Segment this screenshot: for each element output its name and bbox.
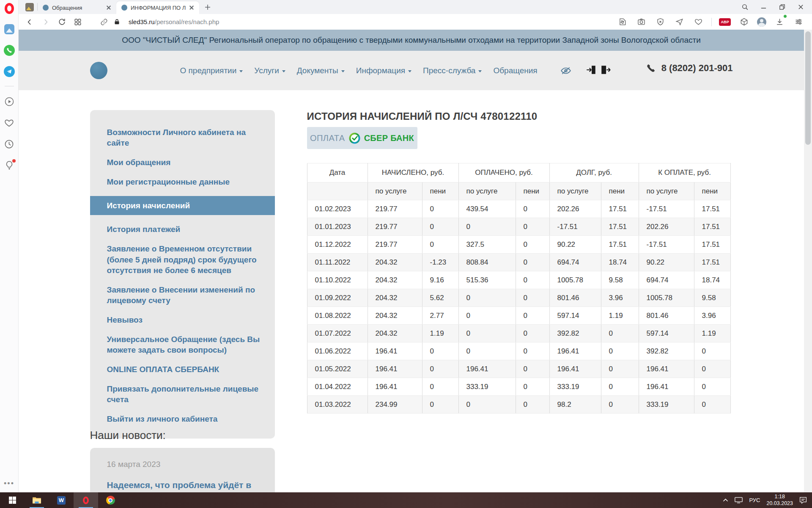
nav-item-2[interactable]: Услуги (254, 66, 285, 75)
tab-close-icon[interactable] (105, 4, 112, 11)
tab-favicon (43, 5, 49, 11)
snapshot-icon[interactable] (635, 16, 647, 28)
taskbar-chrome-icon[interactable] (98, 492, 123, 508)
col-subheader: пени (516, 182, 549, 200)
reload-icon[interactable] (56, 16, 68, 28)
back-icon[interactable] (24, 16, 36, 28)
shield-icon[interactable] (654, 16, 666, 28)
col-subheader: по услуге (639, 182, 694, 200)
sidebar-item[interactable]: Универсальное Обращение (здесь Вы можете… (107, 334, 262, 355)
cell-value: 17.51 (601, 236, 639, 254)
login-icon[interactable] (586, 64, 597, 75)
tray-chevron-icon[interactable] (723, 498, 728, 502)
sidebar-item[interactable]: Мои обращения (107, 157, 262, 168)
nav-item-1[interactable]: О предприятии (180, 66, 243, 75)
speed-dial-icon[interactable] (72, 16, 84, 28)
favorites-heart-icon[interactable] (692, 16, 704, 28)
adblock-icon[interactable]: ABP (719, 18, 731, 26)
site-top-banner: ООО "ЧИСТЫЙ СЛЕД" Региональный оператор … (19, 30, 804, 51)
phone-number[interactable]: 8 (8202) 201-901 (661, 63, 733, 74)
pinboard-icon[interactable] (616, 16, 628, 28)
nav-item-4[interactable]: Информация (356, 66, 411, 75)
cell-value: 219.77 (368, 218, 422, 236)
browser-toolbar: sled35.ru/personal/res/nach.php ABP (19, 14, 812, 30)
chevron-down-icon (239, 70, 243, 72)
table-row: 01.01.2023219.77000-17.5117.51202.2617.5… (307, 218, 730, 236)
cell-value: 196.41 (639, 378, 694, 396)
taskbar-explorer-icon[interactable] (25, 492, 49, 508)
site-logo[interactable] (90, 62, 107, 79)
logout-icon[interactable] (600, 64, 611, 75)
page-scrollbar[interactable] (804, 30, 812, 492)
sidebar-item[interactable]: Выйти из личного кабинета (107, 414, 262, 424)
new-tab-button[interactable] (202, 1, 214, 13)
browser-tab[interactable]: Обращения (38, 1, 116, 14)
nav-item-6[interactable]: Обращения (493, 66, 537, 75)
sidebar-item[interactable]: История платежей (107, 224, 262, 235)
share-icon[interactable] (673, 16, 685, 28)
close-icon[interactable] (797, 3, 804, 11)
opera-sidebar-rail: ••• (0, 0, 19, 492)
hints-icon[interactable] (3, 159, 15, 171)
cell-value: 392.82 (549, 325, 601, 342)
cell-value: 204.32 (368, 271, 422, 289)
downloads-icon[interactable] (774, 16, 785, 28)
scrollbar-thumb[interactable] (805, 31, 811, 145)
cell-value: 392.82 (639, 342, 694, 360)
tray-time: 1:18 (766, 494, 793, 500)
nav-item-3[interactable]: Документы (297, 66, 345, 75)
extensions-icon[interactable] (738, 16, 750, 28)
sidebar-item[interactable]: Невывоз (107, 315, 262, 325)
news-link[interactable]: Надеемся, что проблема уйдёт в прошлое (107, 479, 259, 492)
taskbar-word-icon[interactable]: W (49, 492, 74, 508)
start-button[interactable] (0, 492, 25, 508)
news-card[interactable]: 16 марта 2023 Надеемся, что проблема уйд… (90, 448, 275, 492)
sidebar-item[interactable]: Привязать дополнительные лицевые счета (107, 384, 262, 405)
cell-value: 333.19 (549, 378, 601, 396)
sidebar-item[interactable]: Заявление о Внесении изменений по лицево… (107, 284, 262, 306)
accessibility-eye-icon[interactable] (560, 66, 571, 75)
sberbank-pay-button[interactable]: ОПЛАТА СБЕР БАНК (307, 127, 417, 149)
tray-display-icon[interactable] (735, 497, 743, 503)
action-center-icon[interactable] (799, 497, 807, 504)
tab-title: ИНФОРМАЦИЯ ПО ЛИЦЕ (131, 5, 186, 11)
restore-icon[interactable] (778, 3, 786, 11)
phone-icon (646, 64, 656, 73)
search-icon[interactable] (741, 3, 749, 11)
rail-more-icon[interactable]: ••• (4, 479, 14, 488)
sidebar-item-active[interactable]: История начислений (90, 196, 275, 215)
nav-item-5[interactable]: Пресс-служба (423, 66, 482, 75)
site-link-icon[interactable] (98, 16, 110, 28)
cell-value: 234.99 (368, 396, 422, 414)
heart-icon[interactable] (3, 117, 15, 129)
whatsapp-icon[interactable] (3, 44, 15, 56)
cell-date: 01.09.2022 (307, 289, 368, 307)
cell-value: 18.74 (601, 254, 639, 271)
player-icon[interactable] (3, 96, 15, 108)
profile-avatar-icon[interactable] (757, 17, 766, 27)
cell-value: 0 (516, 200, 549, 218)
minimize-icon[interactable] (760, 3, 767, 11)
cell-value: 801.46 (639, 307, 694, 325)
tab-workspace-icon[interactable] (25, 3, 34, 11)
tab-close-icon[interactable] (188, 4, 195, 11)
taskbar-opera-icon[interactable] (74, 492, 98, 508)
easy-setup-icon[interactable] (793, 16, 804, 28)
cell-value: 327.5 (458, 236, 516, 254)
address-bar[interactable]: sled35.ru/personal/res/nach.php (91, 16, 219, 28)
workspace-icon[interactable] (3, 23, 15, 35)
forward-icon[interactable] (40, 16, 52, 28)
keyboard-language[interactable]: РУС (749, 497, 760, 503)
sidebar-item[interactable]: Заявление о Временном отсутствии (более … (107, 243, 262, 275)
cell-value: 17.51 (601, 218, 639, 236)
telegram-icon[interactable] (3, 66, 15, 77)
history-icon[interactable] (3, 138, 15, 150)
tray-date: 20.03.2023 (766, 500, 793, 507)
cell-value: 0 (516, 289, 549, 307)
tray-clock[interactable]: 1:18 20.03.2023 (766, 494, 793, 507)
sidebar-item[interactable]: Мои регистрационные данные (107, 177, 262, 187)
sidebar-item[interactable]: Возможности Личного кабинета на сайте (107, 127, 262, 148)
table-row: 01.04.2022196.410333.190333.190196.410 (307, 378, 730, 396)
browser-tab[interactable]: ИНФОРМАЦИЯ ПО ЛИЦЕ (116, 1, 199, 14)
sidebar-item[interactable]: ONLINE ОПЛАТА СБЕРБАНК (107, 364, 262, 375)
